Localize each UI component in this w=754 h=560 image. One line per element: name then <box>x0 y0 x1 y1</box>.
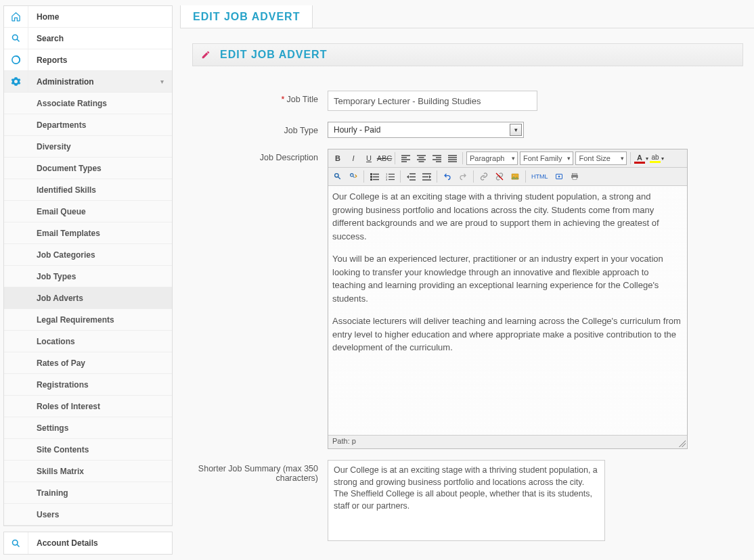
sidebar-item-training[interactable]: Training <box>4 482 172 504</box>
row-short-summary: Shorter Job Summary (max 350 characters) <box>192 460 730 541</box>
svg-line-4 <box>17 544 19 546</box>
sidebar-item-document-types[interactable]: Document Types <box>4 158 172 179</box>
align-justify-button[interactable] <box>445 151 459 165</box>
strikethrough-button[interactable]: ABC <box>378 151 391 165</box>
redo-button[interactable] <box>456 170 470 183</box>
html-button[interactable]: HTML <box>529 170 550 183</box>
editor-body[interactable]: Our College is at an exciting stage with… <box>328 186 687 435</box>
svg-point-26 <box>370 176 372 177</box>
underline-button[interactable]: U <box>362 151 376 165</box>
separator-icon <box>525 170 526 183</box>
label-job-title: *Job Title <box>192 91 328 104</box>
italic-button[interactable]: I <box>347 151 360 165</box>
search-icon <box>4 28 28 49</box>
svg-point-3 <box>13 540 18 545</box>
sidebar-item-job-types[interactable]: Job Types <box>4 266 172 287</box>
svg-rect-49 <box>573 177 577 180</box>
align-right-button[interactable] <box>430 151 443 165</box>
nav-administration[interactable]: Administration <box>4 71 172 93</box>
nav-reports[interactable]: Reports <box>4 49 172 71</box>
preview-button[interactable] <box>552 170 566 183</box>
separator-icon <box>395 152 395 164</box>
sidebar-item-registrations[interactable]: Registrations <box>4 374 172 396</box>
secondary-nav: Account Details <box>3 532 173 555</box>
description-paragraph: Associate lecturers will deliver teachin… <box>332 314 683 354</box>
paragraph-select[interactable]: Paragraph <box>466 151 518 165</box>
print-button[interactable] <box>568 170 581 183</box>
find-replace-button[interactable] <box>347 170 360 183</box>
sidebar-item-email-queue[interactable]: Email Queue <box>4 201 172 223</box>
indent-button[interactable] <box>420 170 433 183</box>
label-short-summary: Shorter Job Summary (max 350 characters) <box>192 460 328 483</box>
sidebar-item-rates-of-pay[interactable]: Rates of Pay <box>4 352 172 374</box>
tab-strip: Edit Job Advert <box>180 5 754 28</box>
admin-sub-items: Associate Ratings Departments Diversity … <box>4 93 172 526</box>
reports-icon <box>4 49 28 70</box>
pencil-icon <box>201 50 210 60</box>
bold-button[interactable]: B <box>331 151 345 165</box>
find-button[interactable] <box>331 170 345 183</box>
main-content: Edit Job Advert Edit Job Advert *Job Tit… <box>180 5 754 560</box>
sidebar-item-legal-requirements[interactable]: Legal Requirements <box>4 309 172 331</box>
svg-line-22 <box>338 177 340 179</box>
sidebar-item-job-categories[interactable]: Job Categories <box>4 244 172 266</box>
job-title-input[interactable] <box>328 91 537 111</box>
sidebar-item-associate-ratings[interactable]: Associate Ratings <box>4 93 172 114</box>
align-left-button[interactable] <box>399 151 412 165</box>
unlink-button[interactable] <box>493 170 506 183</box>
panel-edit-job-advert: Edit Job Advert *Job Title Job Type Hour… <box>192 43 743 541</box>
font-family-select[interactable]: Font Family <box>520 151 573 165</box>
description-paragraph: You will be an experienced lecturer, pra… <box>332 252 683 305</box>
nav-reports-label: Reports <box>28 55 67 65</box>
highlight-color-button[interactable]: ab▾ <box>650 151 663 165</box>
job-type-value: Hourly - Paid <box>334 125 380 135</box>
gear-icon <box>4 71 28 92</box>
font-size-select[interactable]: Font Size <box>575 151 627 165</box>
align-center-button[interactable] <box>414 151 428 165</box>
outdent-button[interactable] <box>404 170 418 183</box>
separator-icon <box>473 170 474 183</box>
label-job-type: Job Type <box>192 122 328 135</box>
sidebar-item-roles-of-interest[interactable]: Roles of Interest <box>4 396 172 417</box>
required-marker: * <box>282 95 285 104</box>
link-button[interactable] <box>477 170 491 183</box>
sidebar-item-site-contents[interactable]: Site Contents <box>4 439 172 461</box>
svg-point-46 <box>558 176 560 177</box>
numbered-list-button[interactable]: 123 <box>383 170 397 183</box>
tab-edit-job-advert[interactable]: Edit Job Advert <box>180 5 313 28</box>
short-summary-textarea[interactable] <box>328 460 605 541</box>
job-type-select[interactable]: Hourly - Paid ▾ <box>328 122 524 138</box>
sidebar: Home Search Reports Administration Assoc… <box>3 5 173 560</box>
separator-icon <box>437 170 437 183</box>
sidebar-item-users[interactable]: Users <box>4 504 172 526</box>
home-icon <box>4 6 28 27</box>
svg-point-23 <box>350 173 353 176</box>
sidebar-item-settings[interactable]: Settings <box>4 417 172 439</box>
svg-point-0 <box>13 35 18 41</box>
svg-line-1 <box>17 39 19 41</box>
bulleted-list-button[interactable] <box>368 170 381 183</box>
nav-home[interactable]: Home <box>4 6 172 28</box>
nav-administration-label: Administration <box>28 77 94 87</box>
editor-status-bar: Path: p <box>328 435 687 448</box>
text-color-button[interactable]: A▾ <box>634 151 648 165</box>
svg-point-21 <box>334 173 338 177</box>
description-paragraph: Our College is at an exciting stage with… <box>332 190 683 243</box>
nav-search-label: Search <box>28 34 64 43</box>
sidebar-item-locations[interactable]: Locations <box>4 331 172 352</box>
sidebar-item-skills-matrix[interactable]: Skills Matrix <box>4 461 172 482</box>
undo-button[interactable] <box>441 170 454 183</box>
sidebar-item-identified-skills[interactable]: Identified Skills <box>4 179 172 201</box>
sidebar-item-diversity[interactable]: Diversity <box>4 136 172 158</box>
sidebar-item-job-adverts[interactable]: Job Adverts <box>4 287 172 309</box>
separator-icon <box>630 152 631 164</box>
separator-icon <box>363 170 364 183</box>
insert-image-button[interactable] <box>508 170 522 183</box>
nav-account-details[interactable]: Account Details <box>4 532 172 554</box>
nav-account-details-label: Account Details <box>28 538 98 548</box>
sidebar-item-departments[interactable]: Departments <box>4 114 172 136</box>
nav-search[interactable]: Search <box>4 28 172 49</box>
panel-title: Edit Job Advert <box>220 49 327 61</box>
row-job-title: *Job Title <box>192 91 730 111</box>
sidebar-item-email-templates[interactable]: Email Templates <box>4 223 172 244</box>
